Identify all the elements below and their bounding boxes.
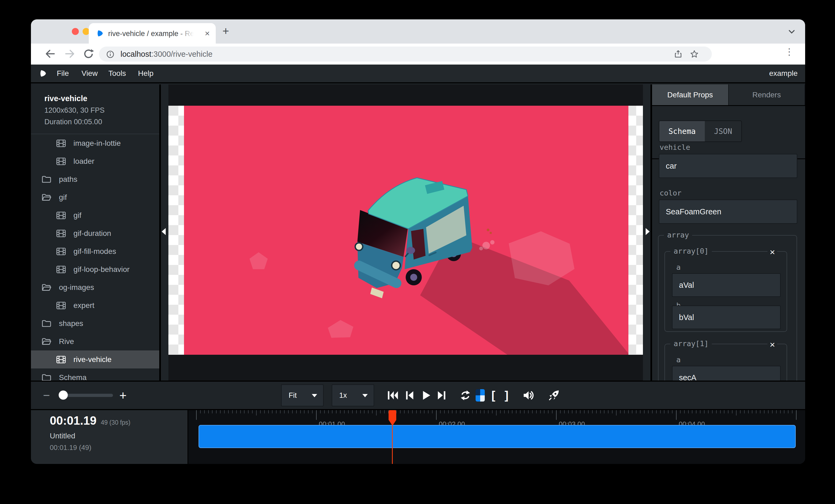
reload-icon[interactable] (83, 48, 95, 60)
tab-renders[interactable]: Renders (729, 84, 806, 105)
sidebar-item-og-images[interactable]: og-images (31, 278, 159, 296)
sidebar-item-paths[interactable]: paths (31, 170, 159, 188)
collapse-left-handle[interactable] (161, 84, 167, 381)
ruler-tick (208, 410, 209, 413)
play-icon[interactable] (420, 389, 432, 401)
sidebar-item-rive-vehicle[interactable]: rive-vehicle (31, 351, 159, 369)
remove-icon[interactable]: × (768, 340, 777, 349)
collapse-left-icon (162, 228, 166, 235)
toggle-json[interactable]: JSON (705, 121, 741, 142)
collapse-right-handle[interactable] (645, 84, 650, 381)
ruler-tick (448, 410, 449, 413)
info-icon[interactable] (106, 50, 115, 59)
transparency-toggle-icon[interactable] (475, 389, 485, 401)
composition-canvas[interactable] (168, 106, 643, 355)
ruler-tick (380, 410, 381, 413)
tab-title-fade (178, 28, 198, 39)
ruler-tick (568, 410, 569, 413)
overflow-menu-icon[interactable]: ⋮ (785, 46, 794, 57)
sidebar-item-label: Rive (59, 337, 74, 346)
ruler-tick (316, 410, 317, 420)
sidebar-item-image-in-lottie[interactable]: image-in-lottie (31, 134, 159, 152)
sidebar-item-gif-duration[interactable]: gif-duration (31, 224, 159, 242)
a-input[interactable]: aVal (672, 273, 781, 297)
in-point-icon[interactable]: [ (489, 389, 498, 402)
rocket-icon[interactable] (548, 389, 560, 401)
timeline: 00:01.1949 (30 fps) Untitled 00:01.19 (4… (31, 410, 805, 464)
loop-icon[interactable] (459, 389, 472, 401)
ruler-tick (332, 410, 332, 413)
ruler-tick (636, 410, 636, 413)
forward-icon[interactable] (64, 48, 76, 60)
sidebar-item-shapes[interactable]: shapes (31, 314, 159, 332)
menu-tools[interactable]: Tools (108, 69, 126, 78)
zoom-slider-thumb[interactable] (59, 391, 68, 400)
props-tabs: Default Props Renders (652, 84, 805, 106)
remove-icon[interactable]: × (768, 248, 777, 256)
new-tab-icon[interactable]: + (222, 25, 229, 37)
ruler-tick (344, 410, 345, 413)
browser-tab[interactable]: rive-vehicle / example - Remoti × (89, 23, 216, 44)
playhead-flag[interactable] (388, 410, 396, 426)
playhead[interactable] (392, 410, 393, 464)
color-input[interactable]: SeaFoamGreen (659, 200, 797, 224)
ruler-tick (460, 410, 461, 413)
ruler-tick (612, 410, 613, 413)
toggle-schema[interactable]: Schema (659, 121, 705, 142)
skip-to-start-icon[interactable] (387, 389, 399, 401)
ruler-tick (468, 410, 469, 413)
ruler-tick (436, 410, 436, 420)
ruler-tick (296, 410, 297, 413)
bookmark-star-icon[interactable] (690, 49, 699, 59)
ruler-tick (456, 410, 456, 413)
sidebar-item-gif[interactable]: gif (31, 188, 159, 206)
zoom-out-icon[interactable]: − (43, 388, 50, 402)
preview-viewport (168, 84, 643, 381)
ruler-tick (652, 410, 653, 413)
sidebar-item-gif[interactable]: gif (31, 206, 159, 224)
timeline-sequence-bar[interactable] (199, 425, 796, 448)
timeline-track-area[interactable]: 00:01.0000:02.0000:03.0000:04.00 (189, 410, 805, 464)
menu-view[interactable]: View (82, 69, 98, 78)
sidebar-item-gif-fill-modes[interactable]: gif-fill-modes (31, 242, 159, 260)
ruler-tick (608, 410, 609, 413)
address-bar[interactable]: localhost:3000/rive-vehicle (99, 46, 712, 62)
vehicle-input[interactable]: car (659, 154, 797, 178)
fit-select[interactable]: Fit (281, 384, 324, 406)
ruler-tick (684, 410, 685, 413)
menu-help[interactable]: Help (138, 69, 154, 78)
zoom-in-icon[interactable]: + (119, 388, 127, 403)
ruler-tick (276, 410, 277, 413)
back-icon[interactable] (44, 48, 56, 60)
menu-file[interactable]: File (57, 69, 69, 78)
ruler-tick (756, 410, 756, 413)
ruler-tick (740, 410, 740, 413)
zoom-slider[interactable] (59, 394, 113, 397)
share-icon[interactable] (674, 49, 683, 59)
url-text: localhost:3000/rive-vehicle (121, 50, 212, 59)
playback-rate-select[interactable]: 1x (332, 384, 374, 406)
ruler-tick (220, 410, 221, 413)
out-point-icon[interactable]: ] (502, 389, 511, 402)
film-icon (56, 156, 66, 167)
sidebar-item-expert[interactable]: expert (31, 296, 159, 314)
sidebar-item-gif-loop-behavior[interactable]: gif-loop-behavior (31, 260, 159, 278)
remotion-logo-icon[interactable] (39, 69, 48, 78)
sidebar-item-Rive[interactable]: Rive (31, 332, 159, 351)
volume-icon[interactable] (522, 389, 534, 401)
ruler-tick (648, 410, 649, 413)
next-frame-icon[interactable] (436, 389, 448, 401)
ruler-tick (424, 410, 425, 413)
folder-icon (41, 318, 52, 329)
project-label: example (769, 69, 798, 78)
sidebar-item-loader[interactable]: loader (31, 152, 159, 170)
a-input[interactable]: secA (672, 366, 781, 381)
tab-close-icon[interactable]: × (205, 28, 210, 38)
previous-frame-icon[interactable] (403, 389, 415, 401)
ruler-tick (596, 410, 597, 413)
tab-search-chevron-icon[interactable] (787, 27, 796, 37)
track-name: Untitled (50, 432, 187, 440)
window-close-button[interactable] (72, 28, 79, 35)
tab-default-props[interactable]: Default Props (652, 84, 729, 105)
b-input[interactable]: bVal (672, 306, 781, 329)
